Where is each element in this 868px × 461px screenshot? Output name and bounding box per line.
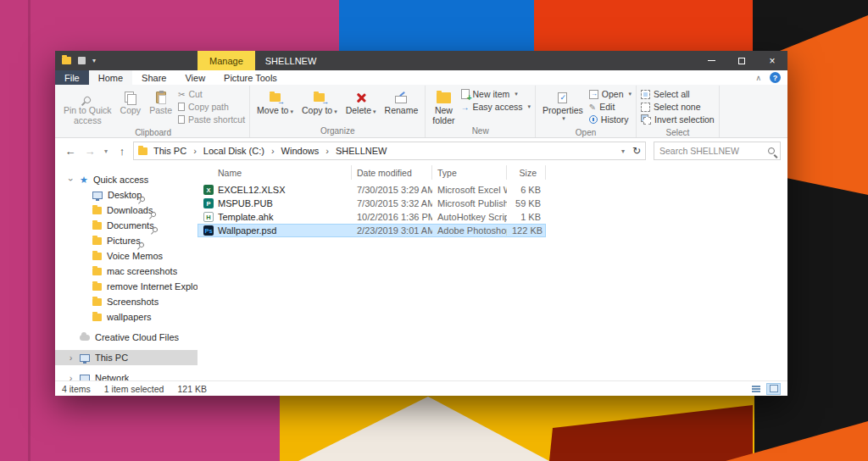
chevron-down-icon: ▾ bbox=[373, 108, 376, 114]
column-header-type[interactable]: Type bbox=[432, 165, 507, 180]
delete-button[interactable]: Delete▾ bbox=[342, 86, 381, 115]
sidebar-label: Pictures bbox=[107, 236, 141, 246]
sidebar-item-documents[interactable]: Documents bbox=[55, 218, 198, 233]
back-button[interactable]: ← bbox=[62, 145, 79, 158]
tab-share[interactable]: Share bbox=[132, 70, 175, 85]
paste-shortcut-label: Paste shortcut bbox=[188, 114, 245, 125]
sidebar-item-desktop[interactable]: Desktop bbox=[55, 187, 198, 203]
breadcrumb-shellnew[interactable]: SHELLNEW bbox=[330, 146, 393, 156]
sidebar-item-creative-cloud-files[interactable]: Creative Cloud Files bbox=[55, 330, 198, 345]
edit-button[interactable]: ✎ Edit bbox=[589, 102, 632, 112]
address-dropdown-chevron-icon[interactable]: ▾ bbox=[621, 147, 625, 155]
select-none-button[interactable]: Select none bbox=[641, 102, 715, 112]
address-bar[interactable]: This PC › Local Disk (C:) › Windows › SH… bbox=[133, 142, 646, 160]
file-row-template-ahk[interactable]: HTemplate.ahk 10/2/2016 1:36 PM AutoHotk… bbox=[198, 210, 546, 224]
paste-button[interactable]: Paste bbox=[145, 86, 176, 115]
chevron-collapsed-icon[interactable]: › bbox=[67, 373, 75, 380]
paste-shortcut-button[interactable]: Paste shortcut bbox=[178, 114, 245, 125]
new-item-button[interactable]: New item ▾ bbox=[461, 89, 531, 99]
file-row-mspub[interactable]: PMSPUB.PUB 7/30/2015 3:32 AM Microsoft P… bbox=[198, 197, 546, 210]
up-button[interactable]: ↑ bbox=[114, 145, 131, 158]
search-box[interactable] bbox=[654, 142, 781, 160]
delete-icon bbox=[355, 92, 366, 103]
maximize-button[interactable] bbox=[726, 51, 757, 70]
tab-file[interactable]: File bbox=[55, 70, 89, 85]
select-all-label: Select all bbox=[654, 89, 690, 99]
sidebar-item-remove-internet-explorer[interactable]: remove Internet Explorer fror bbox=[55, 279, 198, 294]
sidebar-item-pictures[interactable]: Pictures bbox=[55, 233, 198, 248]
tab-view[interactable]: View bbox=[175, 70, 214, 85]
breadcrumb-local-disk[interactable]: Local Disk (C:) bbox=[198, 146, 270, 156]
sidebar-item-network[interactable]: › Network bbox=[55, 370, 198, 380]
address-folder-icon bbox=[138, 147, 147, 155]
file-date: 10/2/2016 1:36 PM bbox=[352, 212, 432, 222]
file-row-excel12[interactable]: XEXCEL12.XLSX 7/30/2015 3:29 AM Microsof… bbox=[198, 183, 546, 197]
quick-access-toolbar: ▾ bbox=[55, 57, 103, 64]
search-input[interactable] bbox=[659, 146, 768, 156]
folder-icon bbox=[92, 253, 102, 260]
column-headers: Name Date modified Type Size bbox=[198, 165, 787, 180]
history-button[interactable]: History bbox=[589, 114, 632, 125]
minimize-button[interactable] bbox=[696, 51, 726, 70]
move-arrow-icon: → bbox=[277, 97, 285, 106]
history-label: History bbox=[601, 114, 629, 125]
file-type: Adobe Photoshop... bbox=[432, 225, 507, 236]
rename-button[interactable]: Rename bbox=[381, 86, 423, 115]
recent-locations-chevron-icon[interactable]: ▾ bbox=[101, 147, 111, 155]
sidebar-item-voice-memos[interactable]: Voice Memos bbox=[55, 248, 198, 264]
sidebar-item-this-pc[interactable]: › This PC bbox=[55, 350, 198, 365]
details-view-button[interactable] bbox=[748, 383, 763, 395]
file-rows: XEXCEL12.XLSX 7/30/2015 3:29 AM Microsof… bbox=[198, 183, 787, 237]
tab-picture-tools[interactable]: Picture Tools bbox=[214, 70, 287, 85]
tab-home[interactable]: Home bbox=[89, 70, 132, 85]
refresh-icon[interactable]: ↻ bbox=[632, 145, 641, 157]
properties-button[interactable]: Properties ▾ bbox=[538, 86, 587, 122]
new-folder-button[interactable]: New folder bbox=[428, 86, 459, 125]
folder-icon bbox=[92, 298, 102, 306]
chevron-down-icon: ▾ bbox=[527, 103, 531, 110]
documents-folder-icon bbox=[92, 222, 102, 230]
new-item-label: New item bbox=[473, 89, 510, 99]
pin-to-quick-access-button[interactable]: Pin to Quick access bbox=[59, 86, 116, 125]
copy-button[interactable]: Copy bbox=[116, 86, 146, 115]
column-header-size[interactable]: Size bbox=[507, 165, 546, 180]
main-content: › ★ Quick access Desktop Downloads Docum… bbox=[55, 164, 787, 380]
invert-selection-button[interactable]: Invert selection bbox=[641, 114, 715, 125]
chevron-expanded-icon[interactable]: › bbox=[66, 176, 76, 184]
file-name: Template.ahk bbox=[218, 212, 273, 222]
sidebar-item-screenshots[interactable]: Screenshots bbox=[55, 294, 198, 309]
move-to-button[interactable]: → Move to▾ bbox=[253, 86, 298, 115]
copy-to-button[interactable]: → Copy to▾ bbox=[298, 86, 342, 115]
select-all-button[interactable]: Select all bbox=[641, 89, 715, 99]
cut-button[interactable]: ✂ Cut bbox=[178, 89, 245, 99]
forward-button[interactable]: → bbox=[81, 145, 98, 158]
qat-customize-chevron-icon[interactable]: ▾ bbox=[92, 57, 96, 64]
tab-manage[interactable]: Manage bbox=[198, 51, 255, 70]
new-group-label: New bbox=[428, 126, 532, 137]
breadcrumb-windows[interactable]: Windows bbox=[275, 146, 326, 156]
sidebar-item-quick-access[interactable]: › ★ Quick access bbox=[55, 172, 198, 187]
sidebar-item-mac-screenshots[interactable]: mac screenshots bbox=[55, 264, 198, 279]
copy-to-label: Copy to bbox=[302, 105, 332, 115]
file-row-wallpaper-psd[interactable]: PsWallpaper.psd 2/23/2019 3:01 AM Adobe … bbox=[198, 224, 546, 237]
pictures-folder-icon bbox=[92, 237, 102, 245]
tab-row-end: ∧ ? bbox=[755, 70, 787, 85]
easy-access-button[interactable]: → Easy access ▾ bbox=[461, 102, 531, 112]
sidebar-label: Documents bbox=[107, 220, 154, 230]
publisher-file-icon: P bbox=[203, 198, 214, 208]
collapse-ribbon-icon[interactable]: ∧ bbox=[755, 74, 761, 82]
properties-label: Properties bbox=[542, 105, 583, 115]
copy-path-button[interactable]: Copy path bbox=[178, 102, 245, 112]
help-icon[interactable]: ? bbox=[770, 72, 781, 83]
sidebar-item-downloads[interactable]: Downloads bbox=[55, 203, 198, 218]
qat-button-icon[interactable] bbox=[78, 57, 86, 64]
open-button[interactable]: Open ▾ bbox=[589, 89, 632, 99]
breadcrumb-this-pc[interactable]: This PC bbox=[147, 146, 192, 156]
creative-cloud-icon bbox=[80, 335, 90, 341]
close-button[interactable]: × bbox=[757, 51, 787, 70]
large-icons-view-button[interactable] bbox=[766, 383, 781, 395]
chevron-collapsed-icon[interactable]: › bbox=[67, 353, 75, 363]
sidebar-item-wallpapers[interactable]: wallpapers bbox=[55, 309, 198, 325]
column-header-name[interactable]: Name bbox=[198, 165, 352, 180]
column-header-date-modified[interactable]: Date modified bbox=[352, 165, 432, 180]
